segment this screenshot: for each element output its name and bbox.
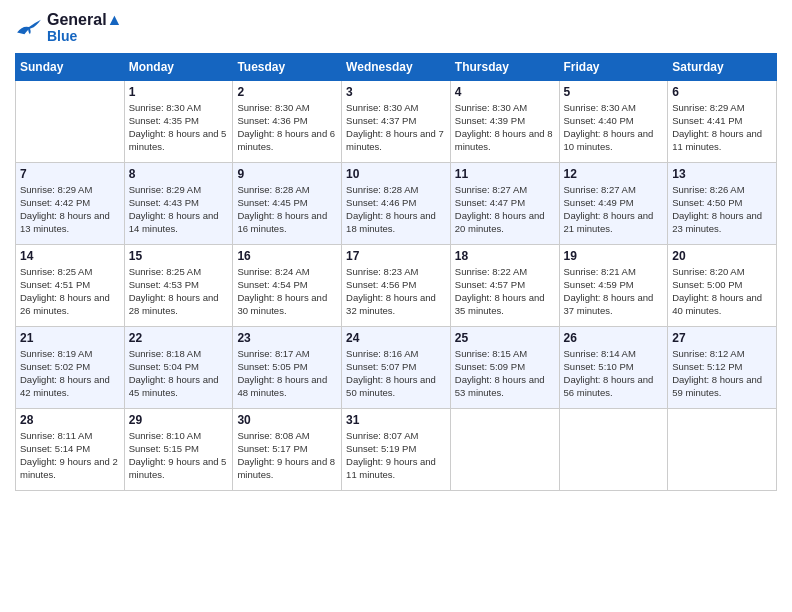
day-number: 31 xyxy=(346,413,446,427)
column-header-thursday: Thursday xyxy=(450,53,559,80)
day-number: 12 xyxy=(564,167,664,181)
day-number: 20 xyxy=(672,249,772,263)
calendar-cell xyxy=(16,80,125,162)
day-info: Sunrise: 8:29 AMSunset: 4:42 PMDaylight:… xyxy=(20,183,120,236)
calendar-cell: 20Sunrise: 8:20 AMSunset: 5:00 PMDayligh… xyxy=(668,244,777,326)
calendar-cell: 18Sunrise: 8:22 AMSunset: 4:57 PMDayligh… xyxy=(450,244,559,326)
day-number: 7 xyxy=(20,167,120,181)
logo-icon xyxy=(15,16,43,38)
column-header-wednesday: Wednesday xyxy=(342,53,451,80)
calendar-cell: 26Sunrise: 8:14 AMSunset: 5:10 PMDayligh… xyxy=(559,326,668,408)
column-header-friday: Friday xyxy=(559,53,668,80)
day-info: Sunrise: 8:14 AMSunset: 5:10 PMDaylight:… xyxy=(564,347,664,400)
calendar-cell: 10Sunrise: 8:28 AMSunset: 4:46 PMDayligh… xyxy=(342,162,451,244)
day-info: Sunrise: 8:17 AMSunset: 5:05 PMDaylight:… xyxy=(237,347,337,400)
calendar-cell: 1Sunrise: 8:30 AMSunset: 4:35 PMDaylight… xyxy=(124,80,233,162)
day-info: Sunrise: 8:23 AMSunset: 4:56 PMDaylight:… xyxy=(346,265,446,318)
day-number: 27 xyxy=(672,331,772,345)
calendar-week-row: 1Sunrise: 8:30 AMSunset: 4:35 PMDaylight… xyxy=(16,80,777,162)
day-info: Sunrise: 8:30 AMSunset: 4:40 PMDaylight:… xyxy=(564,101,664,154)
day-number: 26 xyxy=(564,331,664,345)
day-number: 28 xyxy=(20,413,120,427)
day-number: 19 xyxy=(564,249,664,263)
day-info: Sunrise: 8:08 AMSunset: 5:17 PMDaylight:… xyxy=(237,429,337,482)
day-info: Sunrise: 8:24 AMSunset: 4:54 PMDaylight:… xyxy=(237,265,337,318)
day-info: Sunrise: 8:15 AMSunset: 5:09 PMDaylight:… xyxy=(455,347,555,400)
page-header: General▲ Blue xyxy=(15,10,777,45)
calendar-cell: 16Sunrise: 8:24 AMSunset: 4:54 PMDayligh… xyxy=(233,244,342,326)
calendar-week-row: 21Sunrise: 8:19 AMSunset: 5:02 PMDayligh… xyxy=(16,326,777,408)
day-info: Sunrise: 8:27 AMSunset: 4:47 PMDaylight:… xyxy=(455,183,555,236)
day-info: Sunrise: 8:30 AMSunset: 4:39 PMDaylight:… xyxy=(455,101,555,154)
calendar-cell: 17Sunrise: 8:23 AMSunset: 4:56 PMDayligh… xyxy=(342,244,451,326)
calendar-header-row: SundayMondayTuesdayWednesdayThursdayFrid… xyxy=(16,53,777,80)
day-info: Sunrise: 8:22 AMSunset: 4:57 PMDaylight:… xyxy=(455,265,555,318)
day-number: 8 xyxy=(129,167,229,181)
day-info: Sunrise: 8:12 AMSunset: 5:12 PMDaylight:… xyxy=(672,347,772,400)
day-info: Sunrise: 8:28 AMSunset: 4:46 PMDaylight:… xyxy=(346,183,446,236)
day-number: 11 xyxy=(455,167,555,181)
calendar-cell: 7Sunrise: 8:29 AMSunset: 4:42 PMDaylight… xyxy=(16,162,125,244)
day-info: Sunrise: 8:25 AMSunset: 4:51 PMDaylight:… xyxy=(20,265,120,318)
calendar-cell: 5Sunrise: 8:30 AMSunset: 4:40 PMDaylight… xyxy=(559,80,668,162)
calendar-week-row: 14Sunrise: 8:25 AMSunset: 4:51 PMDayligh… xyxy=(16,244,777,326)
day-number: 23 xyxy=(237,331,337,345)
calendar-week-row: 28Sunrise: 8:11 AMSunset: 5:14 PMDayligh… xyxy=(16,408,777,490)
day-number: 1 xyxy=(129,85,229,99)
day-number: 30 xyxy=(237,413,337,427)
day-number: 10 xyxy=(346,167,446,181)
day-number: 14 xyxy=(20,249,120,263)
day-number: 6 xyxy=(672,85,772,99)
day-number: 16 xyxy=(237,249,337,263)
day-info: Sunrise: 8:30 AMSunset: 4:36 PMDaylight:… xyxy=(237,101,337,154)
calendar-cell xyxy=(668,408,777,490)
calendar-table: SundayMondayTuesdayWednesdayThursdayFrid… xyxy=(15,53,777,491)
day-info: Sunrise: 8:20 AMSunset: 5:00 PMDaylight:… xyxy=(672,265,772,318)
column-header-monday: Monday xyxy=(124,53,233,80)
calendar-cell: 2Sunrise: 8:30 AMSunset: 4:36 PMDaylight… xyxy=(233,80,342,162)
calendar-cell: 11Sunrise: 8:27 AMSunset: 4:47 PMDayligh… xyxy=(450,162,559,244)
calendar-cell: 30Sunrise: 8:08 AMSunset: 5:17 PMDayligh… xyxy=(233,408,342,490)
day-number: 18 xyxy=(455,249,555,263)
day-number: 2 xyxy=(237,85,337,99)
calendar-cell: 4Sunrise: 8:30 AMSunset: 4:39 PMDaylight… xyxy=(450,80,559,162)
day-number: 22 xyxy=(129,331,229,345)
column-header-saturday: Saturday xyxy=(668,53,777,80)
calendar-cell: 23Sunrise: 8:17 AMSunset: 5:05 PMDayligh… xyxy=(233,326,342,408)
calendar-cell: 6Sunrise: 8:29 AMSunset: 4:41 PMDaylight… xyxy=(668,80,777,162)
day-number: 13 xyxy=(672,167,772,181)
calendar-cell: 27Sunrise: 8:12 AMSunset: 5:12 PMDayligh… xyxy=(668,326,777,408)
calendar-week-row: 7Sunrise: 8:29 AMSunset: 4:42 PMDaylight… xyxy=(16,162,777,244)
calendar-cell: 29Sunrise: 8:10 AMSunset: 5:15 PMDayligh… xyxy=(124,408,233,490)
calendar-cell: 28Sunrise: 8:11 AMSunset: 5:14 PMDayligh… xyxy=(16,408,125,490)
calendar-cell: 19Sunrise: 8:21 AMSunset: 4:59 PMDayligh… xyxy=(559,244,668,326)
calendar-cell: 21Sunrise: 8:19 AMSunset: 5:02 PMDayligh… xyxy=(16,326,125,408)
day-info: Sunrise: 8:18 AMSunset: 5:04 PMDaylight:… xyxy=(129,347,229,400)
day-info: Sunrise: 8:19 AMSunset: 5:02 PMDaylight:… xyxy=(20,347,120,400)
day-info: Sunrise: 8:28 AMSunset: 4:45 PMDaylight:… xyxy=(237,183,337,236)
calendar-cell: 12Sunrise: 8:27 AMSunset: 4:49 PMDayligh… xyxy=(559,162,668,244)
day-number: 17 xyxy=(346,249,446,263)
calendar-cell: 15Sunrise: 8:25 AMSunset: 4:53 PMDayligh… xyxy=(124,244,233,326)
column-header-tuesday: Tuesday xyxy=(233,53,342,80)
day-number: 29 xyxy=(129,413,229,427)
main-container: General▲ Blue SundayMondayTuesdayWednesd… xyxy=(0,0,792,501)
calendar-cell: 3Sunrise: 8:30 AMSunset: 4:37 PMDaylight… xyxy=(342,80,451,162)
day-number: 5 xyxy=(564,85,664,99)
calendar-body: 1Sunrise: 8:30 AMSunset: 4:35 PMDaylight… xyxy=(16,80,777,490)
calendar-cell xyxy=(450,408,559,490)
calendar-cell: 14Sunrise: 8:25 AMSunset: 4:51 PMDayligh… xyxy=(16,244,125,326)
day-number: 9 xyxy=(237,167,337,181)
day-info: Sunrise: 8:30 AMSunset: 4:37 PMDaylight:… xyxy=(346,101,446,154)
day-number: 4 xyxy=(455,85,555,99)
column-header-sunday: Sunday xyxy=(16,53,125,80)
logo-text: General▲ Blue xyxy=(47,10,122,45)
day-info: Sunrise: 8:26 AMSunset: 4:50 PMDaylight:… xyxy=(672,183,772,236)
day-info: Sunrise: 8:29 AMSunset: 4:41 PMDaylight:… xyxy=(672,101,772,154)
calendar-cell xyxy=(559,408,668,490)
day-number: 3 xyxy=(346,85,446,99)
day-info: Sunrise: 8:10 AMSunset: 5:15 PMDaylight:… xyxy=(129,429,229,482)
calendar-cell: 25Sunrise: 8:15 AMSunset: 5:09 PMDayligh… xyxy=(450,326,559,408)
calendar-cell: 22Sunrise: 8:18 AMSunset: 5:04 PMDayligh… xyxy=(124,326,233,408)
day-info: Sunrise: 8:25 AMSunset: 4:53 PMDaylight:… xyxy=(129,265,229,318)
